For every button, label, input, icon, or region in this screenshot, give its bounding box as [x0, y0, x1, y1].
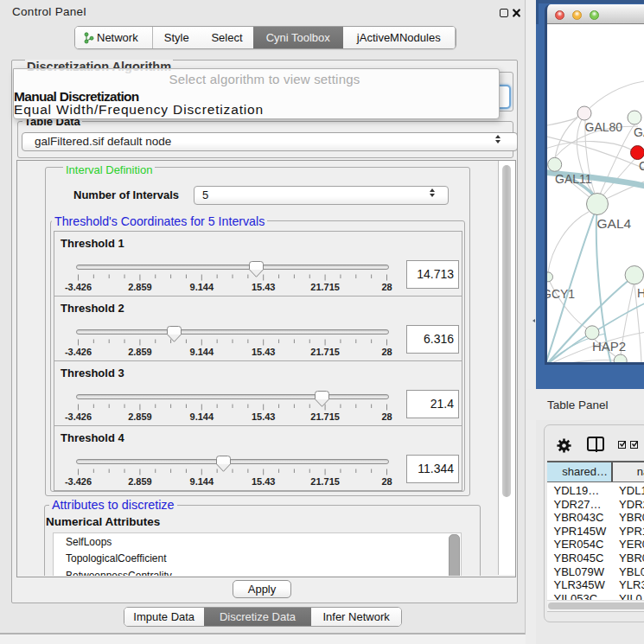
svg-text:HAP2: HAP2 — [592, 339, 626, 354]
svg-text:GAL11: GAL11 — [555, 172, 592, 186]
svg-text:GA: GA — [634, 125, 644, 139]
svg-text:GAL80: GAL80 — [585, 120, 623, 134]
svg-text:HI: HI — [637, 286, 644, 300]
svg-text:GAL4: GAL4 — [597, 216, 632, 231]
svg-text:C: C — [639, 159, 644, 173]
svg-text:GCY1: GCY1 — [547, 287, 575, 301]
